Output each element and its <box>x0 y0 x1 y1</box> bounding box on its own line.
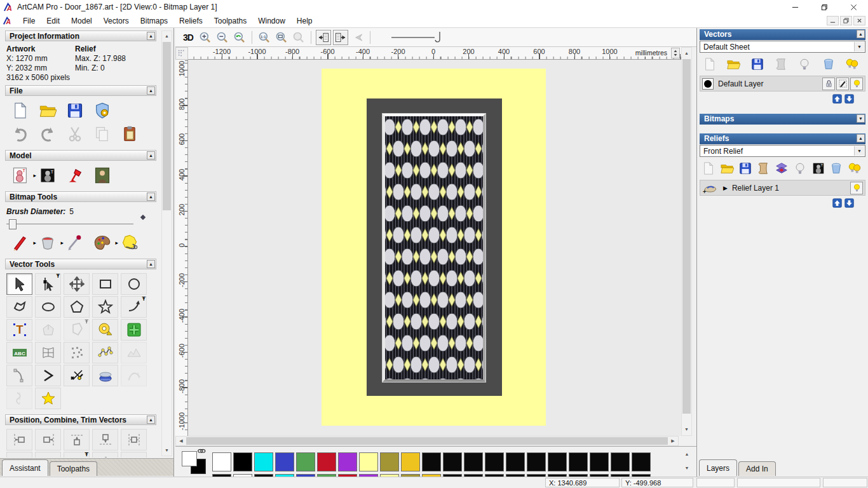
expand-layer-icon[interactable]: ▶ <box>723 185 728 191</box>
scatter-copies[interactable] <box>92 452 118 458</box>
new-model[interactable] <box>11 102 29 119</box>
simplify-vectors-tool[interactable] <box>121 342 147 363</box>
zoom-box-button[interactable] <box>274 30 289 45</box>
relief-layer-visible-button[interactable] <box>850 182 863 194</box>
transfer-relief-layer[interactable] <box>775 161 789 175</box>
block-paste-tool[interactable] <box>121 319 147 341</box>
license[interactable] <box>93 102 111 119</box>
create-polyline-tool[interactable] <box>6 296 32 318</box>
paste-along-curve-tool[interactable] <box>64 342 90 363</box>
expand-button[interactable]: ▼ <box>857 114 865 123</box>
align-centre-vertical[interactable] <box>6 452 32 458</box>
create-arc-tool[interactable] <box>121 296 147 318</box>
assistant-scrollbar[interactable]: ▲ ▼ <box>161 30 172 456</box>
show-all-relief-layers[interactable] <box>848 161 862 175</box>
color-swatch[interactable] <box>548 452 567 471</box>
color-swatch[interactable] <box>359 452 378 471</box>
zoom-previous-button[interactable] <box>232 30 247 45</box>
undo[interactable] <box>11 125 29 143</box>
delete-relief-layer[interactable] <box>829 161 843 175</box>
lighting[interactable] <box>66 166 84 184</box>
delete-vector-layer[interactable] <box>822 57 836 71</box>
create-ellipse-tool[interactable] <box>35 296 61 318</box>
paste[interactable] <box>121 125 139 143</box>
clip-vectors-tool[interactable] <box>64 365 90 386</box>
mdi-close-button[interactable] <box>853 16 865 25</box>
new-vector-layer[interactable] <box>703 57 717 71</box>
canvas-horizontal-scrollbar[interactable]: ◀ ▶ <box>175 436 679 446</box>
scroll-left-arrow[interactable]: ◀ <box>176 437 186 445</box>
previous-bitmap-layer-button[interactable] <box>316 30 331 45</box>
toggle-bitmap-view-button[interactable] <box>350 30 365 45</box>
canvas-vertical-scrollbar[interactable]: ▲ ▼ <box>681 47 692 436</box>
color-swatch[interactable] <box>590 452 609 471</box>
align-objects[interactable] <box>64 452 90 458</box>
create-rectangle-tool[interactable] <box>92 273 118 295</box>
color-swatch[interactable] <box>296 452 315 471</box>
select-vectors-tool[interactable] <box>6 273 32 295</box>
zoom-objects-button[interactable] <box>291 30 306 45</box>
zoom-in-button[interactable] <box>198 30 213 45</box>
save-vector-layer[interactable] <box>750 57 764 71</box>
menu-bitmaps[interactable]: Bitmaps <box>135 15 173 27</box>
next-bitmap-layer-button[interactable] <box>333 30 348 45</box>
distort-vectors-tool[interactable] <box>35 342 61 363</box>
color-swatch[interactable] <box>401 452 420 471</box>
color-swatch[interactable] <box>338 452 357 471</box>
cut[interactable] <box>66 125 84 143</box>
tab-assistant[interactable]: Assistant <box>2 459 48 476</box>
color-swatch[interactable] <box>380 452 399 471</box>
color-swatch[interactable] <box>422 452 441 471</box>
greyscale-preview[interactable]: T <box>811 161 825 175</box>
primary-secondary-colour-selector[interactable] <box>182 450 211 477</box>
menu-help[interactable]: Help <box>291 15 318 27</box>
color-swatch[interactable] <box>317 452 336 471</box>
2d-view-canvas[interactable] <box>188 60 681 436</box>
slider-thumb[interactable] <box>9 219 17 229</box>
greyscale-view[interactable]: T <box>39 166 57 184</box>
relief-dropdown[interactable]: Front Relief ▼ <box>700 145 865 157</box>
align-right[interactable] <box>35 429 61 451</box>
menu-edit[interactable]: Edit <box>41 15 65 27</box>
color-swatch[interactable] <box>485 452 504 471</box>
zoom-out-button[interactable] <box>215 30 230 45</box>
palette-scroll-up-arrow[interactable]: ▲ <box>682 449 692 459</box>
save-model[interactable] <box>66 102 84 119</box>
bitmap-doctor-tool[interactable] <box>121 234 139 252</box>
collapse-button[interactable]: ▲ <box>147 86 155 95</box>
copy[interactable] <box>93 125 111 143</box>
tab-layers[interactable]: Layers <box>699 459 737 476</box>
collapse-button[interactable]: ▲ <box>857 134 865 142</box>
show-all-layers[interactable] <box>845 57 859 71</box>
create-bisector-tool[interactable] <box>35 365 61 386</box>
fit-arcs-tool[interactable] <box>6 365 32 386</box>
scroll-down-arrow[interactable]: ▼ <box>162 445 172 456</box>
color-swatch[interactable] <box>506 452 525 471</box>
color-swatch[interactable] <box>233 452 252 471</box>
color-swatch[interactable] <box>443 452 462 471</box>
save-relief-layer[interactable] <box>738 161 752 175</box>
collapse-button[interactable]: ▲ <box>857 30 865 38</box>
node-editing-tool[interactable] <box>35 273 61 295</box>
toggle-3d-view-button[interactable]: 3D <box>180 30 196 45</box>
menu-model[interactable]: Model <box>65 15 98 27</box>
align-bottom[interactable] <box>92 429 118 451</box>
redo[interactable] <box>39 125 57 143</box>
restore-button[interactable] <box>810 0 839 14</box>
toggle-layer-visibility[interactable] <box>797 57 811 71</box>
move-relief-layer-down-button[interactable] <box>844 198 854 208</box>
color-swatch[interactable] <box>275 452 294 471</box>
scroll-right-arrow[interactable]: ▶ <box>668 437 678 445</box>
vector-layer-row[interactable]: Default Layer <box>700 76 865 92</box>
measure-tool[interactable] <box>92 319 118 341</box>
paint-tool[interactable] <box>11 234 29 252</box>
interactive-distortion-tool[interactable] <box>92 365 118 386</box>
color-swatch[interactable] <box>464 452 483 471</box>
merge-vector-layers[interactable] <box>774 57 788 71</box>
mdi-restore-button[interactable] <box>840 16 852 25</box>
offset-vector-tool[interactable] <box>64 319 90 341</box>
collapse-button[interactable]: ▲ <box>147 193 155 201</box>
collapse-button[interactable]: ▲ <box>147 416 155 424</box>
create-text-tool[interactable]: T <box>6 319 32 341</box>
line-width-preview[interactable] <box>389 30 447 45</box>
